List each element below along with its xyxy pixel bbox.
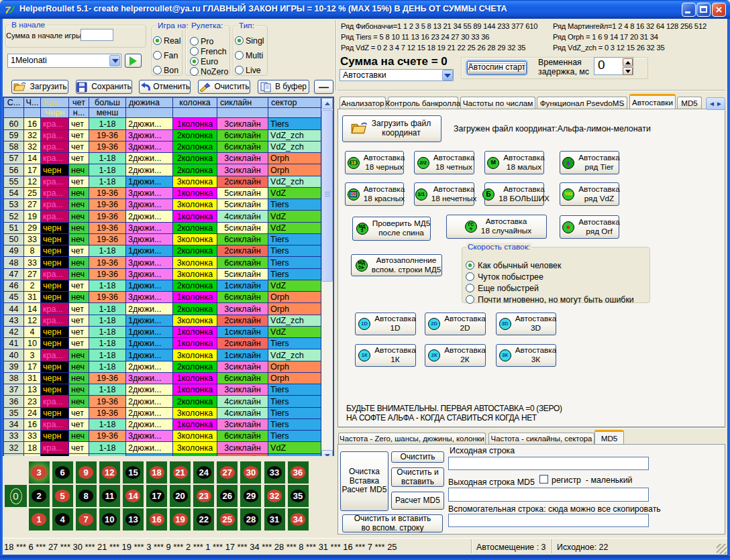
svg-text:7: 7 bbox=[5, 4, 11, 15]
